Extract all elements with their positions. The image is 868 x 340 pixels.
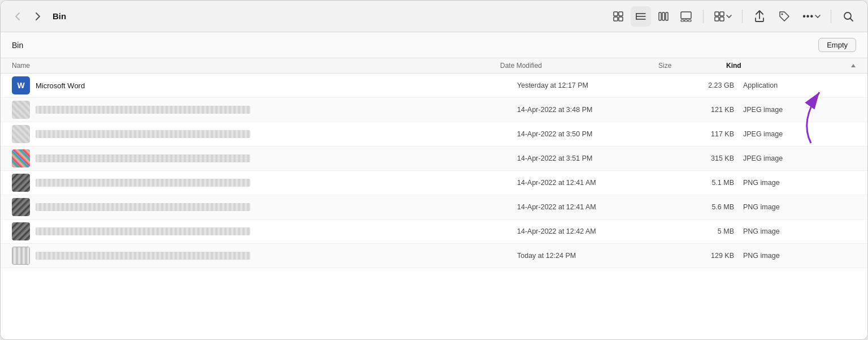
file-row[interactable]: 14-Apr-2022 at 12:41 AM 5.1 MB PNG image xyxy=(1,171,867,195)
file-kind: Application xyxy=(743,81,856,89)
blurred-filename xyxy=(36,252,250,260)
file-row[interactable]: 14-Apr-2022 at 3:50 PM 117 KB JPEG image xyxy=(1,122,867,147)
blurred-filename xyxy=(36,227,250,235)
svg-point-19 xyxy=(782,13,783,15)
location-bar: Bin Empty xyxy=(1,32,867,58)
svg-rect-14 xyxy=(688,20,691,21)
file-date: Today at 12:24 PM xyxy=(517,252,675,260)
svg-rect-10 xyxy=(666,12,668,20)
file-name-cell: W Microsoft Word xyxy=(12,76,517,94)
col-header-name[interactable]: Name xyxy=(12,62,500,70)
search-button[interactable] xyxy=(838,6,858,27)
image-icon xyxy=(12,125,30,143)
file-name-cell xyxy=(12,101,517,119)
back-button[interactable] xyxy=(10,8,25,24)
forward-button[interactable] xyxy=(30,8,46,24)
file-size: 121 KB xyxy=(675,106,743,114)
blurred-filename xyxy=(36,203,250,211)
col-header-date[interactable]: Date Modified xyxy=(500,62,658,70)
finder-window: Bin xyxy=(0,0,868,340)
file-name-cell xyxy=(12,198,517,216)
file-row[interactable]: W Microsoft Word Yesterday at 12:17 PM 2… xyxy=(1,74,867,98)
sort-direction-icon xyxy=(839,62,856,70)
col-header-kind[interactable]: Kind xyxy=(726,62,839,70)
file-size: 117 KB xyxy=(675,130,743,138)
file-kind: PNG image xyxy=(743,252,856,260)
empty-button[interactable]: Empty xyxy=(818,38,856,52)
file-size: 5.1 MB xyxy=(675,179,743,187)
more-button[interactable]: ••• xyxy=(799,9,824,24)
image-icon xyxy=(12,101,30,119)
file-date: 14-Apr-2022 at 3:51 PM xyxy=(517,154,675,162)
content-area: Bin Empty Name Date Modified Size Kind W… xyxy=(1,32,867,339)
tag-button[interactable] xyxy=(774,6,795,27)
file-name: Microsoft Word xyxy=(36,81,85,90)
file-row[interactable]: 14-Apr-2022 at 12:41 AM 5.6 MB PNG image xyxy=(1,195,867,220)
file-date: 14-Apr-2022 at 12:41 AM xyxy=(517,179,675,187)
image-icon xyxy=(12,198,30,216)
file-row[interactable]: 14-Apr-2022 at 3:48 PM 121 KB JPEG image xyxy=(1,98,867,122)
blurred-filename xyxy=(36,130,250,138)
file-row[interactable]: 14-Apr-2022 at 3:51 PM 315 KB JPEG image xyxy=(1,147,867,171)
file-date: 14-Apr-2022 at 12:41 AM xyxy=(517,203,675,211)
svg-rect-15 xyxy=(715,12,719,16)
file-kind: PNG image xyxy=(743,179,856,187)
svg-rect-17 xyxy=(715,17,719,21)
image-icon xyxy=(12,247,30,265)
file-size: 5 MB xyxy=(675,227,743,235)
blurred-filename xyxy=(36,179,250,187)
file-name-cell xyxy=(12,222,517,240)
group-button[interactable] xyxy=(710,8,735,24)
word-icon: W xyxy=(12,76,30,94)
location-title: Bin xyxy=(12,41,23,50)
separator-2 xyxy=(742,10,743,23)
svg-rect-8 xyxy=(659,12,661,20)
separator-3 xyxy=(831,10,831,23)
view-buttons-group xyxy=(608,6,696,27)
file-list: W Microsoft Word Yesterday at 12:17 PM 2… xyxy=(1,74,867,339)
blurred-filename xyxy=(36,106,250,114)
share-button[interactable] xyxy=(749,6,770,27)
separator-1 xyxy=(703,10,704,23)
svg-line-21 xyxy=(850,18,853,21)
image-icon xyxy=(12,222,30,240)
file-kind: JPEG image xyxy=(743,154,856,162)
file-size: 2.23 GB xyxy=(675,81,743,89)
file-size: 129 KB xyxy=(675,252,743,260)
image-icon xyxy=(12,149,30,167)
file-row[interactable]: Today at 12:24 PM 129 KB PNG image xyxy=(1,244,867,268)
view-list-button[interactable] xyxy=(631,6,651,27)
svg-rect-13 xyxy=(685,20,688,21)
svg-rect-3 xyxy=(619,17,623,21)
file-date: Yesterday at 12:17 PM xyxy=(517,81,675,89)
svg-rect-1 xyxy=(619,12,623,16)
column-headers: Name Date Modified Size Kind xyxy=(1,58,867,74)
svg-rect-11 xyxy=(681,12,691,19)
file-date: 14-Apr-2022 at 3:48 PM xyxy=(517,106,675,114)
file-name-cell xyxy=(12,247,517,265)
file-row[interactable]: 14-Apr-2022 at 12:42 AM 5 MB PNG image xyxy=(1,220,867,244)
file-kind: PNG image xyxy=(743,203,856,211)
svg-rect-9 xyxy=(662,12,665,20)
image-icon xyxy=(12,174,30,192)
file-date: 14-Apr-2022 at 12:42 AM xyxy=(517,227,675,235)
col-header-size[interactable]: Size xyxy=(658,62,726,70)
file-kind: JPEG image xyxy=(743,130,856,138)
window-title: Bin xyxy=(53,11,66,21)
file-name-cell xyxy=(12,174,517,192)
view-grid-button[interactable] xyxy=(608,6,628,27)
view-gallery-button[interactable] xyxy=(676,6,696,27)
svg-rect-16 xyxy=(720,12,724,16)
file-name-cell xyxy=(12,125,517,143)
svg-rect-18 xyxy=(720,17,724,21)
file-date: 14-Apr-2022 at 3:50 PM xyxy=(517,130,675,138)
svg-rect-12 xyxy=(681,20,684,21)
file-kind: PNG image xyxy=(743,227,856,235)
svg-rect-2 xyxy=(614,17,618,21)
toolbar: Bin xyxy=(1,1,867,32)
file-kind: JPEG image xyxy=(743,106,856,114)
blurred-filename xyxy=(36,154,250,162)
view-columns-button[interactable] xyxy=(653,6,674,27)
file-size: 315 KB xyxy=(675,154,743,162)
file-name-cell xyxy=(12,149,517,167)
